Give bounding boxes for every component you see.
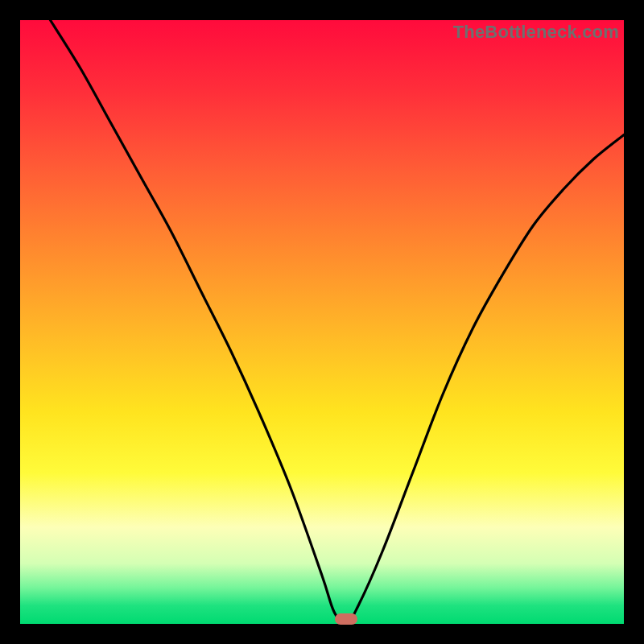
chart-frame: TheBottleneck.com — [0, 0, 644, 644]
optimum-marker — [335, 613, 357, 625]
curve-path — [51, 20, 625, 624]
plot-area: TheBottleneck.com — [20, 20, 624, 624]
bottleneck-curve — [20, 20, 624, 624]
